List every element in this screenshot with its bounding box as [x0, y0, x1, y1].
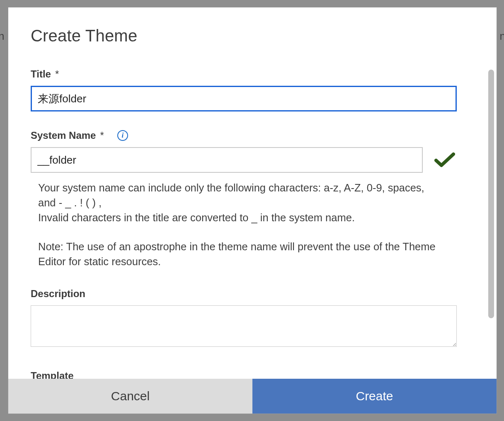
modal-body: Create Theme Title * System Name * i: [8, 7, 497, 379]
checkmark-icon: [434, 152, 455, 168]
template-label: Template: [31, 370, 464, 379]
title-input[interactable]: [31, 86, 457, 111]
create-theme-modal: Create Theme Title * System Name * i: [8, 7, 497, 414]
system-name-required-mark: *: [100, 130, 104, 141]
system-name-help: Your system name can include only the fo…: [31, 173, 449, 269]
title-label: Title: [31, 68, 51, 80]
system-name-help-line3: Note: The use of an apostrophe in the th…: [38, 239, 443, 269]
description-label: Description: [31, 288, 85, 300]
field-description: Description: [31, 288, 464, 348]
modal-footer: Cancel Create: [8, 379, 497, 414]
modal-scrollbar[interactable]: [488, 70, 494, 318]
field-title: Title *: [31, 68, 464, 111]
info-icon[interactable]: i: [117, 130, 128, 141]
field-system-name: System Name * i Your system name can inc…: [31, 130, 464, 269]
description-textarea[interactable]: [31, 305, 457, 347]
system-name-label: System Name: [31, 130, 96, 141]
backdrop-letter-left: n: [0, 30, 4, 43]
system-name-input[interactable]: [31, 147, 423, 173]
system-name-help-line1: Your system name can include only the fo…: [38, 182, 424, 208]
title-required-mark: *: [55, 68, 59, 80]
create-button[interactable]: Create: [252, 379, 497, 414]
system-name-help-line2: Invalid characters in the title are conv…: [38, 212, 355, 223]
create-theme-form: Title * System Name * i: [31, 68, 474, 379]
modal-title: Create Theme: [31, 27, 474, 45]
cancel-button[interactable]: Cancel: [8, 379, 252, 414]
backdrop-letter-right: n: [500, 30, 504, 43]
